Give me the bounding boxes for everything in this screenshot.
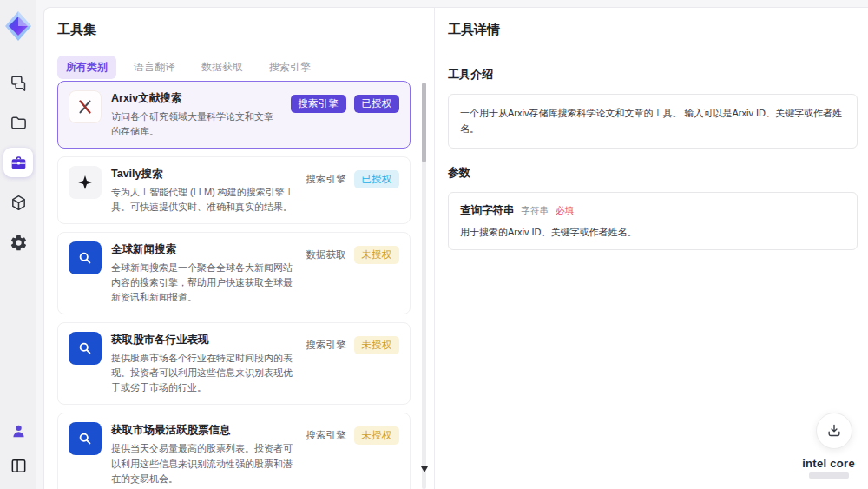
parameter-box: 查询字符串 字符串 必填 用于搜索的Arxiv ID、关键字或作者姓名。 (448, 192, 858, 250)
tool-description: 提供股票市场各个行业在特定时间段内的表现。投资者可以利用这些信息来识别表现优于或… (111, 351, 297, 395)
news-search-icon (69, 241, 102, 274)
intel-core-logo: intel core (802, 457, 855, 479)
parameter-type: 字符串 (522, 205, 549, 217)
scrollbar[interactable] (422, 83, 426, 489)
news-search-icon (69, 422, 102, 455)
intel-ultra-mark (809, 472, 849, 479)
tool-info: Arxiv文献搜索 访问各个研究领域大量科学论文和文章的存储库。 (111, 90, 281, 139)
panel-icon[interactable] (3, 451, 33, 480)
user-icon[interactable] (3, 416, 33, 446)
sidebar-bottom (3, 416, 33, 480)
tool-info: Tavily搜索 专为人工智能代理 (LLM) 构建的搜索引擎工具。可快速提供实… (111, 166, 297, 215)
scrollbar-thumb[interactable] (422, 83, 426, 162)
main-content: 工具集 所有类别 语言翻译 数据获取 搜索引擎 Arxiv文献搜索 访问 (43, 7, 868, 489)
tool-intro-text: 一个用于从Arxiv存储库搜索科学论文和文章的工具。 输入可以是Arxiv ID… (460, 108, 842, 134)
tool-badges: 搜索引擎 未授权 (306, 422, 400, 486)
category-badge: 搜索引擎 (306, 170, 346, 188)
parameter-description: 用于搜索的Arxiv ID、关键字或作者姓名。 (460, 226, 845, 239)
tool-intro-box: 一个用于从Arxiv存储库搜索科学论文和文章的工具。 输入可以是Arxiv ID… (448, 94, 858, 149)
folder-icon[interactable] (3, 108, 33, 137)
tab-data-fetching[interactable]: 数据获取 (193, 56, 252, 79)
tab-search-engine[interactable]: 搜索引擎 (260, 56, 319, 79)
auth-badge: 已授权 (354, 170, 400, 188)
params-heading: 参数 (448, 165, 858, 181)
tool-info: 获取股市各行业表现 提供股票市场各个行业在特定时间段内的表现。投资者可以利用这些… (111, 332, 297, 395)
tool-badges: 搜索引擎 已授权 (306, 166, 400, 215)
gem-logo (4, 10, 32, 42)
tool-badges: 搜索引擎 已授权 (291, 90, 400, 139)
page-title: 工具集 (57, 22, 434, 38)
detail-title: 工具详情 (448, 22, 858, 50)
scroll-down-arrow[interactable] (421, 466, 428, 472)
category-badge: 搜索引擎 (291, 95, 346, 113)
tool-name: 全球新闻搜索 (111, 242, 297, 257)
intro-heading: 工具介绍 (448, 67, 858, 83)
category-tabs: 所有类别 语言翻译 数据获取 搜索引擎 (57, 56, 434, 79)
tool-card-arxiv[interactable]: Arxiv文献搜索 访问各个研究领域大量科学论文和文章的存储库。 搜索引擎 已授… (57, 81, 411, 149)
tavily-star-icon (69, 166, 102, 199)
tool-card-most-active-stocks[interactable]: 获取市场最活跃股票信息 提供当天交易量最高的股票列表。投资者可以利用这些信息来识… (57, 413, 411, 489)
sidebar-nav (3, 68, 33, 257)
tool-info: 获取市场最活跃股票信息 提供当天交易量最高的股票列表。投资者可以利用这些信息来识… (111, 422, 297, 486)
cube-icon[interactable] (3, 188, 33, 217)
tool-name: Tavily搜索 (111, 167, 297, 182)
tool-info: 全球新闻搜索 全球新闻搜索是一个聚合全球各大新闻网站内容的搜索引擎，帮助用户快速… (111, 241, 297, 305)
tool-description: 提供当天交易量最高的股票列表。投资者可以利用这些信息来识别流动性强的股票和潜在的… (111, 441, 297, 486)
auth-badge: 已授权 (354, 95, 400, 113)
download-icon (825, 422, 843, 439)
tool-description: 全球新闻搜索是一个聚合全球各大新闻网站内容的搜索引擎，帮助用户快速获取全球最新资… (111, 261, 297, 305)
auth-badge: 未授权 (354, 246, 400, 264)
arxiv-x-icon (69, 90, 102, 123)
tool-name: Arxiv文献搜索 (111, 91, 281, 106)
required-badge: 必填 (556, 205, 574, 217)
tool-card-sector-performance[interactable]: 获取股市各行业表现 提供股票市场各个行业在特定时间段内的表现。投资者可以利用这些… (57, 322, 411, 405)
auth-badge: 未授权 (354, 426, 400, 445)
tool-badges: 数据获取 未授权 (306, 241, 400, 305)
category-badge: 数据获取 (306, 246, 346, 264)
auth-badge: 未授权 (354, 336, 400, 354)
intel-core-text: intel core (802, 457, 855, 470)
parameter-name: 查询字符串 (460, 203, 515, 218)
toolset-panel: 工具集 所有类别 语言翻译 数据获取 搜索引擎 Arxiv文献搜索 访问 (44, 8, 435, 489)
category-badge: 搜索引擎 (306, 426, 346, 445)
sidebar (0, 0, 36, 489)
tab-all-categories[interactable]: 所有类别 (57, 56, 116, 79)
download-button[interactable] (816, 413, 852, 449)
tool-badges: 搜索引擎 未授权 (306, 332, 400, 395)
tool-card-tavily[interactable]: Tavily搜索 专为人工智能代理 (LLM) 构建的搜索引擎工具。可快速提供实… (57, 156, 411, 224)
tool-name: 获取股市各行业表现 (111, 333, 297, 347)
settings-icon[interactable] (3, 228, 33, 257)
tool-description: 专为人工智能代理 (LLM) 构建的搜索引擎工具。可快速提供实时、准确和真实的结… (111, 185, 297, 215)
category-badge: 搜索引擎 (306, 336, 346, 354)
tool-list: Arxiv文献搜索 访问各个研究领域大量科学论文和文章的存储库。 搜索引擎 已授… (57, 81, 411, 489)
tool-name: 获取市场最活跃股票信息 (111, 423, 297, 438)
tool-card-global-news[interactable]: 全球新闻搜索 全球新闻搜索是一个聚合全球各大新闻网站内容的搜索引擎，帮助用户快速… (57, 232, 411, 314)
parameter-header: 查询字符串 字符串 必填 (460, 203, 845, 218)
chat-icon[interactable] (3, 68, 33, 97)
toolbox-icon[interactable] (3, 148, 33, 177)
tab-language-translation[interactable]: 语言翻译 (125, 56, 184, 79)
news-search-icon (69, 332, 102, 365)
tool-detail-panel: 工具详情 工具介绍 一个用于从Arxiv存储库搜索科学论文和文章的工具。 输入可… (435, 8, 868, 489)
tool-description: 访问各个研究领域大量科学论文和文章的存储库。 (111, 109, 281, 139)
